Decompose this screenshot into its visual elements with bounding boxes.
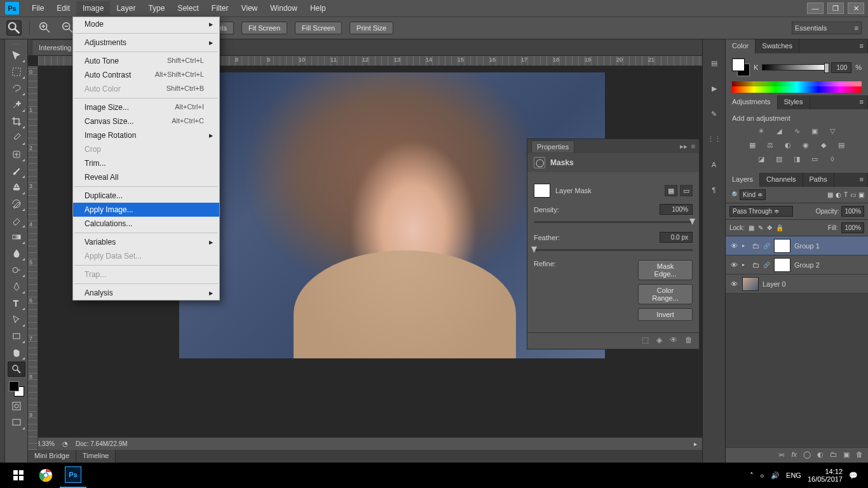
character-panel-icon[interactable]: A [707, 158, 721, 172]
mask-from-selection-icon[interactable]: ⬚ [642, 336, 649, 346]
menu-item-duplicate[interactable]: Duplicate... [73, 189, 219, 203]
tray-up-icon[interactable]: ˄ [750, 471, 754, 480]
layer-mask-thumbnail[interactable] [534, 184, 550, 198]
curves-adj-icon[interactable]: ∿ [790, 126, 803, 136]
path-select-tool[interactable] [8, 312, 25, 327]
layer-name[interactable]: Group 1 [794, 242, 820, 250]
blend-mode-select[interactable]: Pass Through ≑ [729, 206, 793, 217]
brush-panel-icon[interactable]: ✎ [707, 107, 721, 121]
k-value[interactable]: 100 [831, 62, 851, 73]
menu-item-image-size[interactable]: Image Size...Alt+Ctrl+I [73, 100, 219, 114]
dodge-tool[interactable] [8, 262, 25, 278]
clock[interactable]: 14:1216/05/2017 [808, 468, 843, 483]
layer-mask-thumb[interactable] [774, 258, 790, 272]
layer-name[interactable]: Group 2 [794, 261, 820, 269]
layer-filter-kind[interactable]: Kind ≑ [740, 189, 766, 200]
photo-filter-adj-icon[interactable]: ◉ [799, 140, 812, 150]
rectangle-tool[interactable] [8, 329, 25, 344]
chrome-taskbar-icon[interactable] [32, 463, 59, 488]
layer-row-2[interactable]: 👁Layer 0 [726, 274, 868, 294]
type-tool[interactable]: T [8, 295, 25, 311]
link-layers-icon[interactable]: ⫘ [778, 451, 785, 460]
menu-item-reveal-all[interactable]: Reveal All [73, 170, 219, 184]
brightness-adj-icon[interactable]: ☀ [755, 126, 768, 136]
print-size-button[interactable]: Print Size [349, 22, 393, 34]
menu-help[interactable]: Help [304, 1, 332, 15]
layer-visibility-icon[interactable]: 👁 [729, 280, 738, 288]
menu-filter[interactable]: Filter [205, 1, 235, 15]
menu-item-auto-contrast[interactable]: Auto ContrastAlt+Shift+Ctrl+L [73, 68, 219, 82]
fill-value[interactable]: 100% [841, 222, 864, 233]
status-preview-icon[interactable]: ◔ [62, 440, 68, 447]
lock-pixels-icon[interactable]: ✎ [758, 224, 763, 231]
menu-image[interactable]: Image [76, 1, 110, 15]
lock-transparency-icon[interactable]: ▦ [749, 224, 754, 231]
layer-visibility-icon[interactable]: 👁 [729, 261, 738, 269]
menu-item-calculations[interactable]: Calculations... [73, 217, 219, 231]
layer-row-0[interactable]: 👁▸🗀🔗Group 1 [726, 236, 868, 255]
adjustments-tab[interactable]: Adjustments [726, 95, 778, 109]
menu-item-mode[interactable]: Mode▶ [73, 17, 219, 31]
menu-type[interactable]: Type [142, 1, 171, 15]
menu-view[interactable]: View [234, 1, 264, 15]
window-maximize[interactable]: ❐ [827, 3, 844, 14]
lasso-tool[interactable] [8, 81, 25, 96]
eyedropper-tool[interactable] [8, 130, 25, 146]
expand-group-icon[interactable]: ▸ [742, 243, 749, 248]
channel-mixer-adj-icon[interactable]: ◆ [817, 140, 830, 150]
doc-size[interactable]: Doc: 7.64M/22.9M [76, 440, 128, 447]
healing-brush-tool[interactable] [8, 147, 25, 162]
window-close[interactable]: ✕ [848, 3, 864, 14]
layer-thumb[interactable] [742, 277, 759, 291]
bottom-tab-mini-bridge[interactable]: Mini Bridge [28, 450, 76, 463]
screen-mode-toggle[interactable] [8, 415, 25, 430]
notifications-icon[interactable]: 💬 [849, 471, 858, 480]
selective-color-adj-icon[interactable]: ◊ [826, 154, 839, 164]
workspace-selector[interactable]: Essentials≡ [792, 22, 862, 34]
menu-item-trim[interactable]: Trim... [73, 156, 219, 170]
zoom-tool[interactable] [8, 362, 25, 377]
panel-collapse-icon[interactable]: ▸▸ [680, 142, 688, 151]
invert-adj-icon[interactable]: ◪ [755, 154, 768, 164]
history-panel-icon[interactable]: ▤ [707, 56, 721, 70]
eraser-tool[interactable] [8, 213, 25, 228]
gradient-map-adj-icon[interactable]: ▭ [808, 154, 821, 164]
lock-position-icon[interactable]: ✥ [767, 224, 772, 231]
filter-smart-icon[interactable]: ▣ [858, 191, 864, 198]
filter-adj-icon[interactable]: ◐ [836, 191, 841, 198]
wifi-icon[interactable]: ⟐ [760, 471, 764, 479]
threshold-adj-icon[interactable]: ◨ [790, 154, 803, 164]
filter-shape-icon[interactable]: ▭ [850, 191, 856, 198]
layer-fx-icon[interactable]: fx [791, 451, 797, 460]
paragraph-panel-icon[interactable]: ¶ [707, 183, 721, 197]
color-fgbg-swatch[interactable] [732, 58, 750, 76]
menu-select[interactable]: Select [171, 1, 205, 15]
vibrance-adj-icon[interactable]: ▽ [826, 126, 839, 136]
feather-slider[interactable] [534, 249, 693, 251]
layer-row-1[interactable]: 👁▸🗀🔗Group 2 [726, 255, 868, 274]
swatches-tab[interactable]: Swatches [756, 39, 799, 53]
add-mask-icon[interactable]: ◯ [803, 451, 811, 460]
menu-item-apply-image[interactable]: Apply Image... [73, 203, 219, 217]
new-adjustment-layer-icon[interactable]: ◐ [817, 451, 824, 460]
hand-tool[interactable] [8, 345, 25, 360]
paths-tab[interactable]: Paths [803, 173, 834, 187]
actions-panel-icon[interactable]: ▶ [707, 81, 721, 95]
blur-tool[interactable] [8, 246, 25, 261]
density-slider[interactable] [534, 221, 693, 223]
color-balance-adj-icon[interactable]: ⚖ [764, 140, 776, 150]
gradient-tool[interactable] [8, 229, 25, 245]
pixel-mask-icon[interactable]: ▦ [665, 185, 677, 196]
panel-menu-icon[interactable]: ≡ [691, 142, 695, 151]
menu-file[interactable]: File [25, 1, 50, 15]
vector-mask-icon[interactable]: ▭ [680, 185, 693, 196]
zoom-tool-icon[interactable] [6, 20, 22, 36]
start-button[interactable] [5, 463, 32, 488]
adjustments-panel-menu-icon[interactable]: ≡ [856, 95, 868, 109]
lookup-adj-icon[interactable]: ▤ [835, 140, 848, 150]
styles-tab[interactable]: Styles [778, 95, 810, 109]
density-value[interactable]: 100% [660, 204, 693, 215]
menu-item-image-rotation[interactable]: Image Rotation▶ [73, 128, 219, 142]
invert-button[interactable]: Invert [638, 308, 693, 321]
color-tab[interactable]: Color [726, 39, 756, 53]
